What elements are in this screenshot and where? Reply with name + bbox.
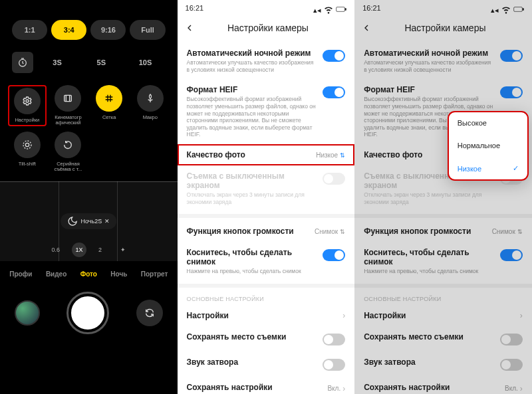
- tool-grid-toggle[interactable]: Сетка: [90, 85, 128, 126]
- auto-night-toggle[interactable]: [323, 50, 345, 62]
- tool-settings[interactable]: Настройки: [8, 85, 47, 126]
- gallery-thumbnail[interactable]: [15, 300, 40, 326]
- timer-icon[interactable]: [12, 52, 33, 73]
- mode-pro[interactable]: Профи: [9, 270, 32, 278]
- timer-3s[interactable]: 3S: [37, 58, 77, 66]
- tool-burst[interactable]: Серийная съёмка с т...: [49, 132, 88, 173]
- loc-title: Сохранять место съемки: [364, 332, 493, 342]
- heif-toggle: [500, 86, 523, 98]
- vol-value: Снимок: [492, 228, 515, 235]
- battery-icon: [336, 4, 346, 16]
- tool-grid: Настройки Кинематогр афический Сетка Мак…: [0, 82, 178, 181]
- row-shutter-sound[interactable]: Звук затвора: [178, 351, 355, 377]
- page-title: Настройки камеры: [365, 23, 525, 33]
- tool-burst-label: Серийная съёмка с т...: [49, 161, 86, 173]
- timer-row: 3S 5S 10S: [0, 48, 178, 82]
- shutter-button[interactable]: [68, 294, 107, 332]
- quality-option-label: Нормальное: [458, 142, 500, 149]
- row-preferences[interactable]: Настройки ›: [178, 305, 355, 326]
- status-bar: 16:21 ▴◂: [354, 0, 532, 17]
- aspect-1-1[interactable]: 1:1: [12, 20, 47, 40]
- status-bar: 16:21 ▴◂: [178, 0, 355, 17]
- aspect-3-4[interactable]: 3:4: [51, 20, 86, 40]
- heif-title: Формат HEIF: [187, 85, 317, 94]
- tap-sub: Нажмите на превью, чтобы сделать снимок: [187, 268, 317, 275]
- row-tap-shoot: Коснитесь, чтобы сделать снимокНажмите н…: [354, 242, 532, 281]
- quality-option-label: Высокое: [458, 119, 487, 127]
- save-settings-value: Вкл.: [505, 385, 518, 392]
- separator: [178, 214, 355, 218]
- vol-value: Снимок: [315, 228, 338, 235]
- aspect-full[interactable]: Full: [130, 20, 165, 40]
- heif-toggle[interactable]: [323, 86, 345, 98]
- zoom-0-6[interactable]: 0.6: [52, 246, 61, 253]
- shutter-sound-title: Звук затвора: [187, 357, 317, 367]
- timer-10s[interactable]: 10S: [125, 58, 165, 66]
- screen-off-toggle: [323, 173, 345, 185]
- mode-indicator[interactable]: Ночь2S ✕: [61, 213, 116, 229]
- expand-icon: ⇅: [340, 152, 345, 159]
- timer-5s[interactable]: 5S: [81, 58, 121, 66]
- grid-icon: [96, 85, 122, 112]
- close-icon[interactable]: ✕: [104, 218, 110, 225]
- tool-macro[interactable]: Макро: [131, 85, 170, 126]
- row-heif[interactable]: Формат HEIFВысокоэффективный формат изоб…: [178, 79, 355, 144]
- zoom-1x[interactable]: 1X: [72, 243, 86, 257]
- separator: [178, 284, 355, 288]
- mode-strip[interactable]: Профи Видео Фото Ночь Портрет: [0, 261, 178, 287]
- filters-icon[interactable]: ✦: [120, 246, 126, 253]
- quality-option-label: Низкое: [458, 165, 481, 173]
- status-time: 16:21: [186, 4, 204, 16]
- tool-grid-label: Сетка: [102, 115, 116, 120]
- mode-portrait[interactable]: Портрет: [141, 270, 168, 278]
- row-preferences: Настройки›: [354, 305, 532, 326]
- tap-sub: Нажмите на превью, чтобы сделать снимок: [364, 268, 493, 275]
- row-tap-shoot[interactable]: Коснитесь, чтобы сделать снимокНажмите н…: [178, 242, 355, 281]
- heif-title: Формат HEIF: [364, 85, 493, 94]
- macro-icon: [137, 85, 164, 112]
- section-basic: ОСНОВНЫЕ НАСТРОЙКИ: [354, 290, 532, 305]
- chevron-right-icon: ›: [520, 311, 523, 320]
- tool-cinematic[interactable]: Кинематогр афический: [49, 85, 88, 126]
- loc-toggle[interactable]: [323, 334, 345, 345]
- zoom-2[interactable]: 2: [98, 246, 102, 253]
- tap-toggle[interactable]: [323, 249, 345, 261]
- viewfinder[interactable]: Ночь2S ✕ 0.6 1X 2 ✦: [0, 181, 178, 261]
- tap-toggle: [500, 249, 523, 261]
- row-screen-off: Съемка с выключенным экраномОтключать эк…: [178, 165, 355, 211]
- row-save-location: Сохранять место съемки: [354, 326, 532, 351]
- save-settings-value: Вкл.: [327, 385, 340, 392]
- aspect-9-16[interactable]: 9:16: [90, 20, 126, 40]
- mode-night[interactable]: Ночь: [110, 270, 127, 278]
- signal-icon: ▴◂: [491, 6, 499, 15]
- svg-rect-7: [513, 7, 522, 12]
- row-volume-keys[interactable]: Функция кнопок громкости Снимок⇅: [178, 221, 355, 242]
- svg-rect-2: [65, 95, 72, 101]
- tap-title: Коснитесь, чтобы сделать снимок: [187, 248, 317, 266]
- svg-point-4: [23, 141, 31, 149]
- svg-point-1: [26, 100, 29, 102]
- tool-tiltshift[interactable]: Tilt-shift: [8, 132, 47, 173]
- save-settings-title: Сохранять настройки: [187, 383, 321, 392]
- auto-night-sub: Автоматически улучшать качество изображе…: [364, 59, 493, 73]
- section-basic: ОСНОВНЫЕ НАСТРОЙКИ: [178, 290, 355, 305]
- row-save-location[interactable]: Сохранять место съемки: [178, 326, 355, 351]
- quality-option-normal[interactable]: Нормальное: [448, 134, 528, 157]
- shutter-sound-title: Звук затвора: [364, 357, 493, 367]
- switch-camera-button[interactable]: [136, 300, 163, 326]
- battery-icon: [513, 4, 524, 16]
- wifi-icon: [501, 4, 511, 16]
- loc-title: Сохранять место съемки: [187, 332, 317, 342]
- mode-video[interactable]: Видео: [46, 270, 66, 278]
- mode-photo[interactable]: Фото: [80, 270, 97, 278]
- quality-option-high[interactable]: Высокое: [448, 112, 528, 134]
- checkmark-icon: ✓: [513, 164, 519, 173]
- auto-night-title: Автоматический ночной режим: [364, 49, 493, 58]
- shutter-sound-toggle[interactable]: [323, 359, 345, 371]
- row-auto-night[interactable]: Автоматический ночной режимАвтоматически…: [178, 43, 355, 79]
- row-save-settings[interactable]: Сохранять настройки Вкл.›: [178, 377, 355, 394]
- quality-option-low[interactable]: Низкое✓: [448, 157, 528, 180]
- quality-popup[interactable]: Высокое Нормальное Низкое✓: [448, 112, 528, 180]
- row-photo-quality[interactable]: Качество фото Низкое⇅: [178, 144, 355, 165]
- vol-title: Функция кнопок громкости: [187, 227, 308, 236]
